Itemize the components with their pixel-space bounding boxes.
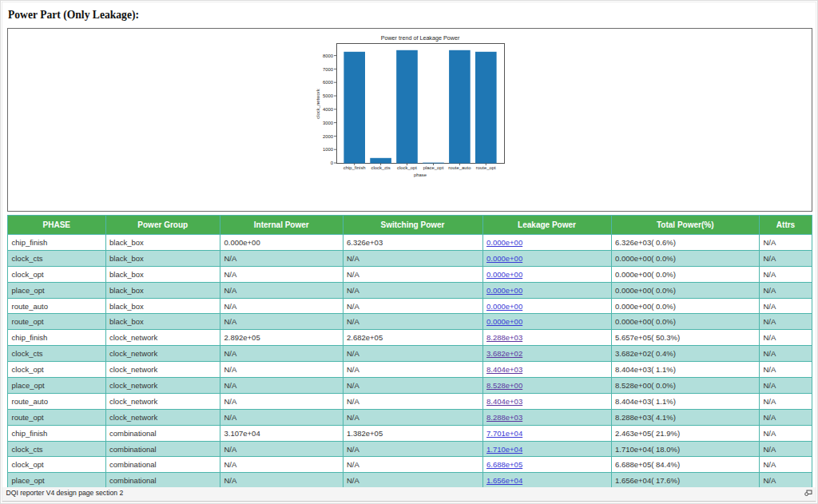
svg-text:5000: 5000 (323, 93, 334, 98)
svg-text:clock_cts: clock_cts (371, 165, 390, 170)
svg-text:clock_network: clock_network (316, 89, 320, 118)
svg-text:route_auto: route_auto (448, 165, 471, 170)
svg-text:8000: 8000 (323, 54, 334, 58)
svg-text:6000: 6000 (323, 80, 334, 85)
svg-text:route_opt: route_opt (476, 165, 496, 170)
svg-text:7000: 7000 (323, 67, 334, 72)
svg-text:2000: 2000 (323, 134, 334, 139)
svg-text:phase: phase (414, 173, 427, 177)
svg-text:place_opt: place_opt (423, 165, 444, 170)
svg-text:0: 0 (331, 161, 334, 165)
svg-text:4000: 4000 (323, 107, 334, 112)
svg-text:clock_opt: clock_opt (397, 165, 417, 170)
svg-text:3000: 3000 (323, 121, 334, 125)
svg-text:1000: 1000 (323, 147, 334, 152)
svg-text:chip_finish: chip_finish (343, 165, 366, 170)
svg-text:Power trend of Leakage Power: Power trend of Leakage Power (381, 34, 460, 42)
